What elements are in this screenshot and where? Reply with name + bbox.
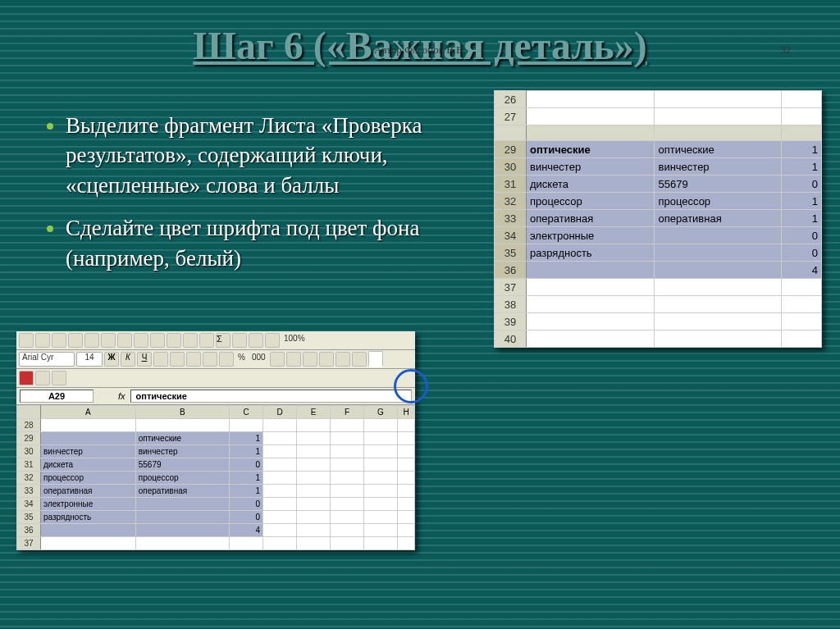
paste-icon[interactable]: [150, 333, 165, 348]
save-icon[interactable]: [52, 333, 66, 348]
right-table: 26 27 29оптическиеоптические1 30винчесте…: [494, 90, 822, 348]
cell: оптические: [655, 141, 782, 158]
zoom-value[interactable]: 100%: [281, 334, 308, 347]
formula-bar[interactable]: оптические: [130, 390, 412, 403]
cell: оптические: [527, 141, 655, 158]
inc-icon[interactable]: [286, 352, 301, 367]
chart-icon[interactable]: [249, 333, 263, 348]
excel-toolbar-2: Arial Cyr 14 Ж К Ч %000: [16, 350, 415, 369]
align-right-icon[interactable]: [186, 352, 201, 367]
open-icon[interactable]: [35, 333, 50, 348]
name-box[interactable]: A29: [20, 390, 94, 403]
indent-inc-icon[interactable]: [319, 352, 334, 367]
bold-icon[interactable]: Ж: [104, 352, 119, 367]
bullet-item: Выделите фрагмент Листа «Проверка резуль…: [66, 111, 459, 200]
align-left-icon[interactable]: [153, 352, 168, 367]
font-color-icon[interactable]: [368, 351, 383, 367]
excel-grid: A B C D E F G H 28 29оптические1 30винче…: [16, 405, 415, 550]
excel-toolbar-3: [16, 369, 415, 388]
fill-color-icon[interactable]: [352, 352, 367, 367]
align-center-icon[interactable]: [170, 352, 185, 367]
preview-icon[interactable]: [84, 333, 99, 348]
bullet-item: Сделайте цвет шрифта под цвет фона (напр…: [66, 213, 459, 273]
cell: 1: [782, 141, 822, 158]
bullet-list: Выделите фрагмент Листа «Проверка резуль…: [33, 111, 459, 286]
formula-bar-row: A29 fx оптические: [16, 388, 415, 405]
mail-icon[interactable]: [35, 371, 50, 385]
excel-toolbar-1: Σ100%: [16, 331, 415, 350]
cut-icon[interactable]: [117, 333, 132, 348]
link-icon[interactable]: [199, 333, 214, 348]
spell-icon[interactable]: [101, 333, 116, 348]
footer-page-number: 32: [780, 43, 791, 57]
zoom-icon[interactable]: [265, 333, 280, 348]
tool-icon[interactable]: [52, 371, 66, 385]
new-icon[interactable]: [19, 333, 34, 348]
row-header: 26: [495, 91, 527, 108]
dec-icon[interactable]: [270, 352, 285, 367]
footer-author: Автор Флеонов В.В.: [0, 43, 840, 57]
excel-screenshot: Σ100% Arial Cyr 14 Ж К Ч %000 A29 fx опт…: [16, 331, 415, 550]
print-icon[interactable]: [68, 333, 83, 348]
merge-icon[interactable]: [203, 352, 217, 367]
pdf-icon[interactable]: [19, 371, 34, 385]
slide-title: Шаг 6 («Важная деталь»): [0, 0, 840, 68]
right-spreadsheet-fragment: 26 27 29оптическиеоптические1 30винчесте…: [494, 90, 822, 348]
row-header: 27: [495, 108, 527, 125]
copy-icon[interactable]: [134, 333, 148, 348]
annotation-circle: [394, 369, 428, 403]
currency-icon[interactable]: [219, 352, 234, 367]
fx-icon[interactable]: fx: [113, 391, 130, 401]
slide: Шаг 6 («Важная деталь») Выделите фрагмен…: [0, 0, 840, 629]
font-size[interactable]: 14: [76, 352, 103, 367]
underline-icon[interactable]: Ч: [137, 352, 152, 367]
borders-icon[interactable]: [336, 352, 350, 367]
undo-icon[interactable]: [167, 333, 181, 348]
italic-icon[interactable]: К: [121, 352, 135, 367]
font-name[interactable]: Arial Cyr: [19, 352, 75, 367]
sort-icon[interactable]: [232, 333, 247, 348]
redo-icon[interactable]: [183, 333, 198, 348]
indent-dec-icon[interactable]: [303, 352, 317, 367]
sum-icon[interactable]: Σ: [216, 333, 231, 348]
